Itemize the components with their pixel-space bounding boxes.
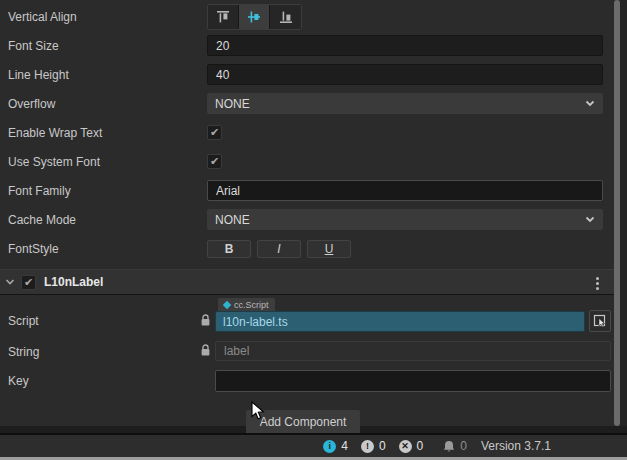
bell-icon (443, 440, 455, 453)
align-top-icon (215, 9, 231, 25)
font-style-label: FontStyle (8, 242, 207, 256)
enable-wrap-text-checkbox[interactable] (207, 125, 222, 140)
script-asset-name: l10n-label.ts (223, 315, 288, 329)
align-top-button[interactable] (208, 5, 239, 29)
align-bottom-button[interactable] (270, 5, 301, 29)
component-title: L10nLabel (44, 275, 103, 289)
property-row-line-height: Line Height (0, 60, 627, 89)
locate-cursor-icon (593, 314, 607, 328)
lock-icon (200, 314, 211, 327)
component-header-l10nlabel[interactable]: L10nLabel (0, 269, 627, 295)
string-input[interactable] (215, 341, 611, 361)
font-family-input[interactable] (207, 180, 603, 201)
script-type-tag-label: cc.Script (234, 300, 269, 310)
locate-asset-button[interactable] (589, 310, 611, 332)
status-bar: i 4 ! 0 ✕ 0 0 Version 3.7.1 (0, 433, 627, 457)
align-middle-button[interactable] (239, 5, 270, 29)
property-row-font-size: Font Size (0, 31, 627, 60)
scrollbar-thumb[interactable] (614, 0, 620, 426)
cache-mode-label: Cache Mode (8, 213, 207, 227)
info-icon: i (323, 440, 336, 453)
collapse-chevron-icon[interactable] (5, 278, 15, 286)
error-count[interactable]: ✕ 0 (399, 439, 424, 453)
vertical-align-label: Vertical Align (8, 10, 207, 24)
component-enabled-checkbox[interactable] (21, 275, 36, 290)
add-component-button[interactable]: Add Component (246, 410, 360, 433)
bold-button[interactable]: B (207, 240, 251, 258)
font-family-label: Font Family (8, 184, 207, 198)
asset-diamond-icon (223, 300, 231, 308)
scrollbar-gutter (620, 0, 627, 426)
line-height-input[interactable] (207, 64, 603, 85)
notification-count-value: 0 (460, 439, 467, 453)
property-row-overflow: Overflow NONE (0, 89, 627, 118)
script-label: Script (8, 314, 39, 328)
error-icon: ✕ (399, 440, 412, 453)
cache-mode-select[interactable]: NONE (207, 209, 603, 230)
font-size-input[interactable] (207, 35, 603, 56)
chevron-down-icon (585, 216, 595, 223)
component-menu-button[interactable] (591, 275, 603, 291)
align-middle-icon (246, 9, 262, 25)
warning-count[interactable]: ! 0 (361, 439, 386, 453)
warning-count-value: 0 (379, 439, 386, 453)
version-text: Version 3.7.1 (481, 439, 551, 453)
font-size-label: Font Size (8, 39, 207, 53)
use-system-font-label: Use System Font (8, 155, 207, 169)
chevron-down-icon (585, 100, 595, 107)
key-label: Key (8, 374, 29, 388)
script-type-tag: cc.Script (218, 298, 275, 311)
align-bottom-icon (278, 9, 294, 25)
warning-icon: ! (361, 440, 374, 453)
use-system-font-checkbox[interactable] (207, 154, 222, 169)
property-row-use-system-font: Use System Font (0, 147, 627, 176)
info-count-value: 4 (341, 439, 348, 453)
property-row-font-style: FontStyle B I U (0, 234, 627, 263)
string-label: String (8, 345, 39, 359)
enable-wrap-text-label: Enable Wrap Text (8, 126, 207, 140)
lock-icon (200, 344, 211, 357)
notification-count[interactable]: 0 (443, 439, 467, 453)
label-properties: Vertical Align (0, 2, 627, 263)
info-count[interactable]: i 4 (323, 439, 348, 453)
property-row-font-family: Font Family (0, 176, 627, 205)
property-row-enable-wrap-text: Enable Wrap Text (0, 118, 627, 147)
overflow-select[interactable]: NONE (207, 93, 603, 114)
line-height-label: Line Height (8, 68, 207, 82)
script-asset-field[interactable]: l10n-label.ts (215, 311, 585, 332)
property-row-cache-mode: Cache Mode NONE (0, 205, 627, 234)
vertical-align-group (207, 4, 302, 30)
overflow-label: Overflow (8, 97, 207, 111)
overflow-selected-value: NONE (215, 97, 250, 111)
key-input[interactable] (215, 370, 611, 392)
underline-button[interactable]: U (307, 240, 351, 258)
italic-button[interactable]: I (257, 240, 301, 258)
cache-mode-selected-value: NONE (215, 213, 250, 227)
inspector-panel: Vertical Align (0, 0, 627, 460)
error-count-value: 0 (417, 439, 424, 453)
property-row-vertical-align: Vertical Align (0, 2, 627, 31)
